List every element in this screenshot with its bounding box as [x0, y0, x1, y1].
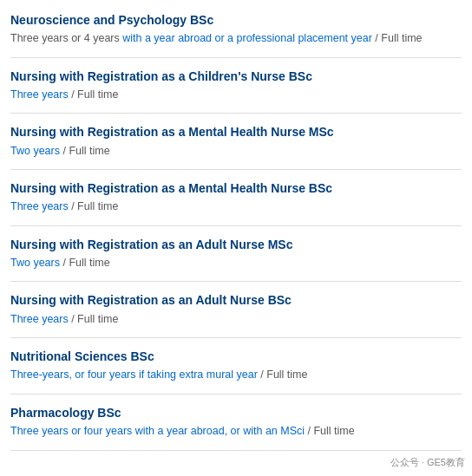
course-details: Two years / Full time	[10, 144, 462, 160]
course-details: Three years / Full time	[10, 312, 462, 328]
course-list: Neuroscience and Psychology BScThree yea…	[10, 9, 462, 451]
course-title: Nursing with Registration as a Mental He…	[10, 124, 462, 140]
details-highlight: Three years	[10, 88, 69, 101]
details-highlight: Three-years, or four years if taking ext…	[10, 368, 258, 381]
details-end: / Full time	[69, 313, 119, 325]
details-highlight: Two years	[10, 257, 60, 269]
course-details: Three years / Full time	[10, 88, 462, 103]
details-end: / Full time	[372, 32, 423, 44]
details-end: / Full time	[69, 88, 119, 101]
details-end: / Full time	[258, 368, 308, 381]
watermark: 公众号 · GE5教育	[390, 456, 465, 469]
course-title: Neuroscience and Psychology BSc	[10, 12, 462, 28]
course-title: Pharmacology BSc	[10, 405, 462, 421]
course-title: Nursing with Registration as a Mental He…	[10, 180, 462, 196]
details-plain: Three years or 4 years	[10, 32, 122, 44]
course-title: Nursing with Registration as an Adult Nu…	[10, 292, 462, 308]
course-details: Three-years, or four years if taking ext…	[10, 368, 462, 383]
details-end: / Full time	[60, 145, 110, 157]
course-item-pharmacology-bsc[interactable]: Pharmacology BScThree years or four year…	[10, 394, 462, 451]
details-end: / Full time	[69, 200, 119, 212]
course-details: Three years / Full time	[10, 199, 462, 215]
course-details: Three years or 4 years with a year abroa…	[10, 31, 462, 47]
details-highlight: Three years	[10, 200, 69, 212]
course-title: Nutritional Sciences BSc	[10, 349, 462, 364]
details-highlight: Three years or four years with a year ab…	[10, 425, 305, 437]
details-highlight: with a year abroad or a professional pla…	[122, 32, 372, 44]
course-details: Two years / Full time	[10, 256, 462, 271]
course-item-nursing-adult-bsc[interactable]: Nursing with Registration as an Adult Nu…	[10, 282, 462, 338]
course-item-neuroscience-psychology-bsc[interactable]: Neuroscience and Psychology BScThree yea…	[10, 9, 462, 58]
course-item-nutritional-sciences-bsc[interactable]: Nutritional Sciences BScThree-years, or …	[10, 338, 462, 394]
course-item-nursing-childrens-bsc[interactable]: Nursing with Registration as a Children'…	[10, 58, 462, 114]
details-highlight: Three years	[10, 313, 69, 325]
course-item-nursing-mental-health-bsc[interactable]: Nursing with Registration as a Mental He…	[10, 170, 462, 226]
course-title: Nursing with Registration as a Children'…	[10, 68, 462, 84]
course-details: Three years or four years with a year ab…	[10, 424, 462, 440]
details-highlight: Two years	[10, 145, 60, 157]
details-end: / Full time	[305, 425, 355, 437]
course-item-nursing-adult-msc[interactable]: Nursing with Registration as an Adult Nu…	[10, 226, 462, 283]
details-end: / Full time	[60, 257, 110, 269]
course-item-nursing-mental-health-msc[interactable]: Nursing with Registration as a Mental He…	[10, 114, 462, 170]
course-title: Nursing with Registration as an Adult Nu…	[10, 237, 462, 252]
